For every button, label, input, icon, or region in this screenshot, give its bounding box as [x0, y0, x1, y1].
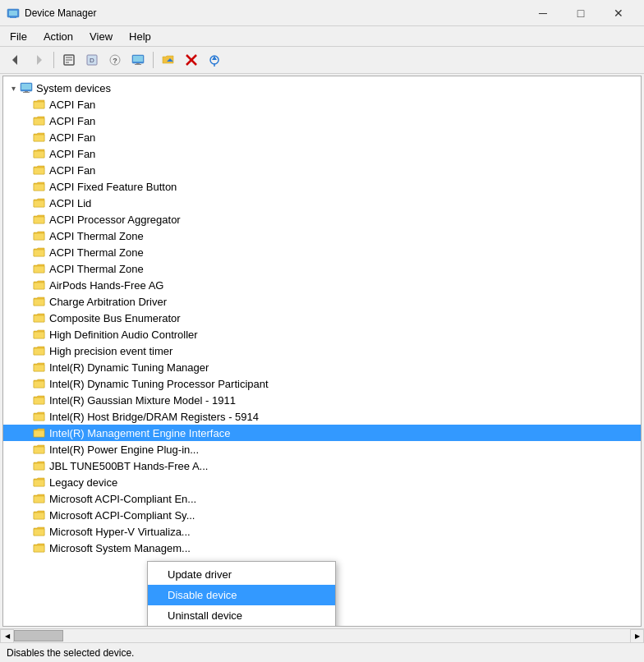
tree-item-label: AirPods Hands-Free AG — [49, 279, 163, 292]
tree-item[interactable]: ACPI Fixed Feature Button — [3, 178, 641, 195]
folder-icon — [33, 180, 46, 193]
tree-item-label: ACPI Processor Aggregator — [49, 214, 181, 226]
folder-icon — [33, 98, 46, 111]
tree-item[interactable]: Intel(R) Host Bridge/DRAM Registers - 59… — [3, 408, 641, 425]
svg-rect-25 — [21, 84, 31, 90]
tree-item-label: High precision event timer — [49, 345, 172, 357]
menu-view[interactable]: View — [83, 29, 119, 44]
tree-item[interactable]: ACPI Thermal Zone — [3, 260, 641, 277]
menu-bar: File Action View Help — [0, 26, 644, 46]
monitor-icon — [131, 53, 145, 67]
tree-item[interactable]: ACPI Fan — [3, 113, 641, 129]
title-bar: Device Manager ─ □ ✕ — [0, 0, 644, 26]
svg-rect-1 — [9, 11, 17, 16]
context-menu-item[interactable]: Update driver — [148, 564, 335, 585]
tree-item-label: ACPI Thermal Zone — [49, 246, 144, 259]
tree-item[interactable]: ACPI Fan — [3, 145, 641, 162]
context-menu-item[interactable]: Disable device — [148, 585, 335, 605]
update-driver-icon: D — [85, 53, 99, 67]
scan-button[interactable] — [204, 49, 225, 71]
properties-button[interactable] — [58, 49, 80, 71]
status-bar: Disables the selected device. — [0, 642, 644, 662]
folder-icon — [33, 508, 46, 522]
tree-item-label: ACPI Fan — [49, 148, 95, 160]
tree-item[interactable]: Intel(R) Dynamic Tuning Manager — [3, 359, 641, 375]
folder-icon — [33, 262, 46, 275]
tree-item[interactable]: Intel(R) Gaussian Mixture Model - 1911 — [3, 392, 641, 408]
monitor-button[interactable] — [127, 49, 149, 71]
tree-item[interactable]: Microsoft ACPI-Compliant Sy... — [3, 507, 641, 523]
close-button[interactable]: ✕ — [600, 0, 637, 26]
folder-icon — [33, 147, 46, 160]
scroll-thumb[interactable] — [14, 630, 63, 641]
tree-items-container: ACPI Fan ACPI Fan ACPI Fan ACPI Fan ACPI… — [3, 96, 641, 556]
update-driver-button[interactable]: D — [81, 49, 103, 71]
tree-item[interactable]: ACPI Thermal Zone — [3, 228, 641, 244]
tree-item[interactable]: AirPods Hands-Free AG — [3, 277, 641, 293]
tree-item[interactable]: Composite Bus Enumerator — [3, 310, 641, 326]
scroll-left-arrow[interactable]: ◀ — [0, 629, 14, 643]
tree-item[interactable]: Microsoft ACPI-Compliant En... — [3, 490, 641, 507]
tree-item-label: ACPI Fan — [49, 115, 95, 127]
tree-item[interactable]: ACPI Processor Aggregator — [3, 211, 641, 228]
forward-button[interactable] — [28, 49, 49, 71]
context-menu-item[interactable]: Uninstall device — [148, 605, 335, 626]
tree-item[interactable]: ACPI Thermal Zone — [3, 244, 641, 260]
device-tree[interactable]: ▾ System devices ACPI Fan ACPI Fan ACPI … — [3, 76, 641, 626]
title-bar-left: Device Manager — [7, 7, 96, 20]
computer-icon — [20, 81, 33, 94]
window-controls: ─ □ ✕ — [524, 0, 637, 26]
tree-item-label: Intel(R) Management Engine Interface — [49, 427, 230, 439]
tree-item-label: ACPI Thermal Zone — [49, 230, 144, 242]
scroll-right-arrow[interactable]: ▶ — [630, 629, 644, 643]
tree-item[interactable]: Legacy device — [3, 474, 641, 490]
tree-item-label: Legacy device — [49, 476, 117, 489]
tree-item-label: High Definition Audio Controller — [49, 329, 198, 341]
tree-item[interactable]: Intel(R) Power Engine Plug-in... — [3, 441, 641, 457]
tree-root[interactable]: ▾ System devices — [3, 80, 641, 96]
tree-item-label: ACPI Lid — [49, 197, 91, 209]
svg-rect-15 — [133, 56, 143, 62]
tree-item-label: Microsoft ACPI-Compliant En... — [49, 493, 196, 505]
folder-icon — [33, 492, 46, 505]
tree-item[interactable]: Intel(R) Dynamic Tuning Processor Partic… — [3, 375, 641, 392]
tree-item-label: Microsoft ACPI-Compliant Sy... — [49, 509, 195, 522]
tree-item[interactable]: High Definition Audio Controller — [3, 326, 641, 342]
tree-item-label: ACPI Fixed Feature Button — [49, 181, 177, 193]
tree-item[interactable]: ACPI Fan — [3, 129, 641, 145]
svg-marker-4 — [12, 55, 17, 65]
tree-item-label: ACPI Thermal Zone — [49, 263, 144, 275]
back-button[interactable] — [5, 49, 26, 71]
menu-action[interactable]: Action — [37, 29, 80, 44]
menu-file[interactable]: File — [3, 29, 34, 44]
menu-help[interactable]: Help — [122, 29, 158, 44]
tree-item[interactable]: High precision event timer — [3, 342, 641, 359]
toolbar-sep2 — [153, 52, 154, 68]
tree-item[interactable]: Microsoft Hyper-V Virtualiza... — [3, 523, 641, 540]
root-expander[interactable]: ▾ — [7, 81, 20, 94]
scroll-track[interactable] — [14, 629, 630, 642]
properties-icon — [62, 53, 76, 67]
maximize-button[interactable]: □ — [562, 0, 600, 26]
tree-item[interactable]: JBL TUNE500BT Hands-Free A... — [3, 457, 641, 474]
folder-icon — [33, 344, 46, 357]
folder-icon — [33, 114, 46, 127]
tree-item[interactable]: ACPI Fan — [3, 162, 641, 178]
minimize-button[interactable]: ─ — [524, 0, 562, 26]
svg-rect-17 — [135, 64, 141, 65]
remove-button[interactable] — [181, 49, 202, 71]
folder-icon — [33, 246, 46, 259]
folder-icon — [33, 163, 46, 177]
tree-item[interactable]: ACPI Lid — [3, 195, 641, 211]
tree-item[interactable]: ACPI Fan — [3, 96, 641, 113]
tree-item[interactable]: Microsoft System Managem... — [3, 540, 641, 556]
tree-item[interactable]: Intel(R) Management Engine Interface — [3, 425, 641, 441]
tree-item-label: Microsoft System Managem... — [49, 542, 191, 554]
add-device-button[interactable] — [158, 49, 179, 71]
help-button[interactable]: ? — [104, 49, 126, 71]
horizontal-scrollbar[interactable]: ◀ ▶ — [0, 628, 644, 642]
remove-icon — [185, 53, 198, 67]
folder-icon — [33, 426, 46, 439]
tree-item-label: Composite Bus Enumerator — [49, 312, 181, 324]
tree-item[interactable]: Charge Arbitration Driver — [3, 293, 641, 310]
